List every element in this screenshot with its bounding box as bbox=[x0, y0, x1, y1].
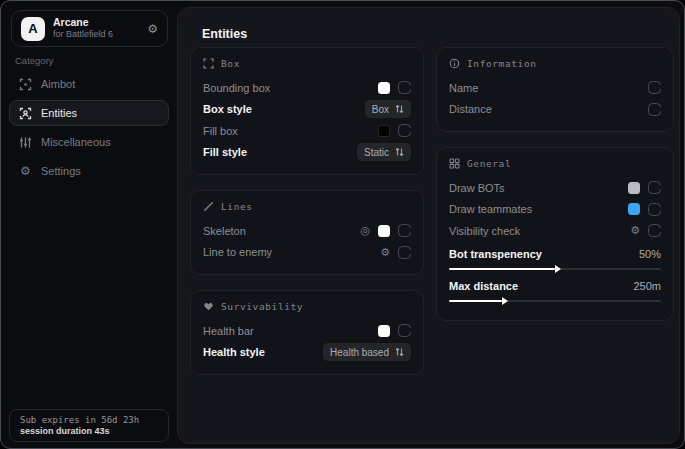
draw-bots-label: Draw BOTs bbox=[449, 182, 505, 194]
box-style-label: Box style bbox=[203, 103, 252, 115]
max-distance-value: 250m bbox=[633, 280, 661, 292]
gear-icon: ⚙ bbox=[19, 165, 32, 178]
bounding-box-checkbox[interactable] bbox=[398, 81, 411, 94]
health-bar-color-swatch[interactable] bbox=[378, 325, 390, 337]
skeleton-label: Skeleton bbox=[203, 225, 246, 237]
sidebar-item-label: Miscellaneous bbox=[41, 136, 111, 148]
grid-icon bbox=[449, 158, 460, 169]
visibility-check-label: Visibility check bbox=[449, 225, 520, 237]
health-style-value: Health based bbox=[330, 347, 389, 358]
updown-arrows-icon bbox=[395, 347, 404, 357]
information-panel-title: Information bbox=[467, 58, 537, 69]
line-to-enemy-settings-icon[interactable]: ⚙ bbox=[380, 247, 390, 258]
draw-teammates-row: Draw teammates bbox=[449, 199, 661, 221]
fill-box-color-swatch[interactable] bbox=[378, 125, 390, 137]
bot-transparency-value: 50% bbox=[639, 248, 661, 260]
subscription-info-card: Sub expires in 56d 23h session duration … bbox=[9, 409, 169, 442]
distance-checkbox[interactable] bbox=[648, 103, 661, 116]
bounding-box-label: Bounding box bbox=[203, 82, 270, 94]
sidebar-item-label: Entities bbox=[41, 107, 77, 119]
app-subtitle: for Battlefield 6 bbox=[53, 29, 113, 40]
fill-box-label: Fill box bbox=[203, 125, 238, 137]
draw-teammates-color-swatch[interactable] bbox=[628, 203, 640, 215]
sidebar: A Arcane for Battlefield 6 ⚙ Category Ai… bbox=[1, 1, 177, 448]
heart-icon bbox=[203, 301, 214, 312]
app-window: A Arcane for Battlefield 6 ⚙ Category Ai… bbox=[0, 0, 685, 449]
main-content: Entities Box Bounding box bbox=[177, 7, 680, 444]
fill-box-checkbox[interactable] bbox=[398, 124, 411, 137]
sidebar-item-entities[interactable]: Entities bbox=[9, 100, 169, 126]
box-style-value: Box bbox=[372, 104, 389, 115]
health-bar-checkbox[interactable] bbox=[398, 324, 411, 337]
app-title: Arcane bbox=[53, 16, 113, 29]
skeleton-checkbox[interactable] bbox=[398, 224, 411, 237]
health-bar-label: Health bar bbox=[203, 325, 254, 337]
line-to-enemy-label: Line to enemy bbox=[203, 246, 272, 258]
draw-teammates-label: Draw teammates bbox=[449, 203, 532, 215]
max-distance-slider-fill[interactable] bbox=[449, 300, 502, 302]
bounding-box-row: Bounding box bbox=[203, 77, 411, 99]
visibility-check-row: Visibility check ⚙ bbox=[449, 220, 661, 242]
name-label: Name bbox=[449, 82, 478, 94]
skeleton-settings-icon[interactable]: ◎ bbox=[360, 225, 370, 236]
max-distance-slider[interactable] bbox=[449, 300, 661, 302]
information-panel: Information Name Distance bbox=[436, 47, 674, 132]
left-column: Box Bounding box Box style Box bbox=[190, 47, 424, 375]
name-checkbox[interactable] bbox=[648, 81, 661, 94]
distance-row: Distance bbox=[449, 99, 661, 121]
distance-label: Distance bbox=[449, 103, 492, 115]
category-label: Category bbox=[15, 55, 54, 66]
session-duration-text: session duration 43s bbox=[20, 426, 158, 436]
app-logo-text: Arcane for Battlefield 6 bbox=[53, 16, 113, 40]
health-style-label: Health style bbox=[203, 346, 265, 358]
box-style-dropdown[interactable]: Box bbox=[365, 100, 411, 118]
sidebar-item-miscellaneous[interactable]: Miscellaneous bbox=[9, 129, 169, 155]
gear-icon[interactable]: ⚙ bbox=[147, 23, 158, 35]
survivability-panel: Survivability Health bar Health style He… bbox=[190, 290, 424, 375]
general-panel-header: General bbox=[449, 158, 661, 169]
general-panel: General Draw BOTs Draw teammates bbox=[436, 147, 674, 321]
sidebar-item-label: Aimbot bbox=[41, 78, 75, 90]
health-style-dropdown[interactable]: Health based bbox=[323, 343, 411, 361]
bot-transparency-slider[interactable] bbox=[449, 268, 661, 270]
box-panel-header: Box bbox=[203, 58, 411, 69]
right-column: Information Name Distance bbox=[436, 47, 674, 321]
fill-style-row: Fill style Static bbox=[203, 142, 411, 164]
lines-panel: Lines Skeleton ◎ Line to enemy ⚙ bbox=[190, 190, 424, 275]
survivability-panel-header: Survivability bbox=[203, 301, 411, 312]
bounding-box-color-swatch[interactable] bbox=[378, 82, 390, 94]
skeleton-color-swatch[interactable] bbox=[378, 225, 390, 237]
skeleton-row: Skeleton ◎ bbox=[203, 220, 411, 242]
app-logo-card: A Arcane for Battlefield 6 ⚙ bbox=[11, 10, 168, 47]
visibility-check-checkbox[interactable] bbox=[648, 224, 661, 237]
lines-panel-title: Lines bbox=[221, 201, 253, 212]
sliders-icon bbox=[19, 136, 32, 149]
sub-expires-text: Sub expires in 56d 23h bbox=[20, 415, 158, 425]
draw-bots-row: Draw BOTs bbox=[449, 177, 661, 199]
general-panel-title: General bbox=[467, 158, 511, 169]
line-to-enemy-checkbox[interactable] bbox=[398, 246, 411, 259]
sidebar-nav: Aimbot Entities Miscella bbox=[9, 71, 169, 184]
bot-transparency-group: Bot transpenency 50% bbox=[449, 245, 661, 270]
app-avatar: A bbox=[21, 17, 45, 41]
fill-style-dropdown[interactable]: Static bbox=[357, 143, 411, 161]
sidebar-item-aimbot[interactable]: Aimbot bbox=[9, 71, 169, 97]
survivability-panel-title: Survivability bbox=[221, 301, 303, 312]
diagonal-line-icon bbox=[203, 201, 214, 212]
box-style-row: Box style Box bbox=[203, 99, 411, 121]
draw-bots-color-swatch[interactable] bbox=[628, 182, 640, 194]
entities-scan-icon bbox=[19, 107, 32, 120]
box-panel: Box Bounding box Box style Box bbox=[190, 47, 424, 175]
information-panel-header: Information bbox=[449, 58, 661, 69]
fill-style-label: Fill style bbox=[203, 146, 247, 158]
health-bar-row: Health bar bbox=[203, 320, 411, 342]
sidebar-item-label: Settings bbox=[41, 165, 81, 177]
draw-teammates-checkbox[interactable] bbox=[648, 203, 661, 216]
max-distance-label: Max distance bbox=[449, 280, 518, 292]
bot-transparency-slider-fill[interactable] bbox=[449, 268, 555, 270]
draw-bots-checkbox[interactable] bbox=[648, 181, 661, 194]
visibility-check-settings-icon[interactable]: ⚙ bbox=[630, 225, 640, 236]
sidebar-item-settings[interactable]: ⚙ Settings bbox=[9, 158, 169, 184]
info-icon bbox=[449, 58, 460, 69]
fill-style-value: Static bbox=[364, 147, 389, 158]
